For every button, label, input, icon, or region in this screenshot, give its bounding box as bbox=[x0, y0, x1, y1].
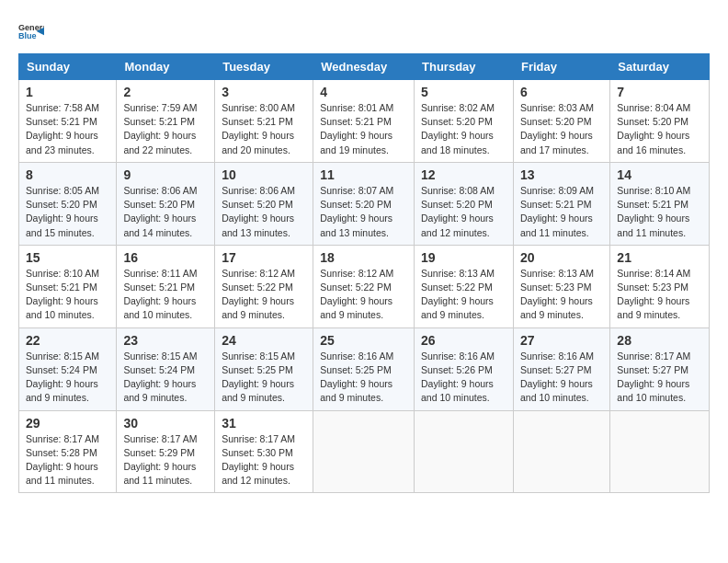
day-info: Sunrise: 8:15 AM Sunset: 5:24 PM Dayligh… bbox=[26, 350, 109, 406]
day-number: 12 bbox=[421, 167, 506, 182]
day-number: 31 bbox=[222, 416, 306, 431]
day-info: Sunrise: 8:10 AM Sunset: 5:21 PM Dayligh… bbox=[617, 184, 702, 240]
calendar-day-cell: 26 Sunrise: 8:16 AM Sunset: 5:26 PM Dayl… bbox=[415, 327, 514, 410]
day-info: Sunrise: 8:09 AM Sunset: 5:21 PM Dayligh… bbox=[520, 184, 603, 240]
page-header: General Blue bbox=[18, 18, 710, 44]
calendar-day-cell bbox=[313, 410, 415, 493]
day-info: Sunrise: 8:03 AM Sunset: 5:20 PM Dayligh… bbox=[520, 101, 603, 157]
calendar-day-cell: 7 Sunrise: 8:04 AM Sunset: 5:20 PM Dayli… bbox=[610, 80, 710, 163]
weekday-header-cell: Thursday bbox=[415, 54, 514, 80]
day-number: 17 bbox=[222, 250, 306, 265]
day-info: Sunrise: 8:04 AM Sunset: 5:20 PM Dayligh… bbox=[617, 101, 702, 157]
calendar-week-row: 15 Sunrise: 8:10 AM Sunset: 5:21 PM Dayl… bbox=[19, 245, 710, 327]
calendar-week-row: 29 Sunrise: 8:17 AM Sunset: 5:28 PM Dayl… bbox=[19, 410, 710, 493]
day-info: Sunrise: 8:15 AM Sunset: 5:24 PM Dayligh… bbox=[123, 350, 208, 406]
day-info: Sunrise: 8:06 AM Sunset: 5:20 PM Dayligh… bbox=[123, 184, 208, 240]
day-info: Sunrise: 8:17 AM Sunset: 5:30 PM Dayligh… bbox=[222, 432, 306, 488]
day-info: Sunrise: 8:17 AM Sunset: 5:28 PM Dayligh… bbox=[26, 432, 109, 488]
day-number: 9 bbox=[123, 167, 208, 182]
day-number: 29 bbox=[26, 416, 109, 431]
calendar-day-cell: 29 Sunrise: 8:17 AM Sunset: 5:28 PM Dayl… bbox=[19, 410, 117, 493]
calendar-week-row: 8 Sunrise: 8:05 AM Sunset: 5:20 PM Dayli… bbox=[19, 162, 710, 245]
day-info: Sunrise: 8:08 AM Sunset: 5:20 PM Dayligh… bbox=[421, 184, 506, 240]
calendar-day-cell: 4 Sunrise: 8:01 AM Sunset: 5:21 PM Dayli… bbox=[313, 80, 415, 163]
day-number: 16 bbox=[123, 250, 208, 265]
calendar-day-cell: 13 Sunrise: 8:09 AM Sunset: 5:21 PM Dayl… bbox=[513, 162, 609, 245]
day-number: 21 bbox=[617, 250, 702, 265]
day-number: 2 bbox=[123, 85, 208, 99]
calendar-day-cell: 24 Sunrise: 8:15 AM Sunset: 5:25 PM Dayl… bbox=[215, 327, 313, 410]
day-number: 13 bbox=[520, 167, 603, 182]
calendar-day-cell bbox=[610, 410, 710, 493]
day-number: 10 bbox=[222, 167, 306, 182]
day-info: Sunrise: 7:59 AM Sunset: 5:21 PM Dayligh… bbox=[123, 101, 208, 157]
day-info: Sunrise: 8:05 AM Sunset: 5:20 PM Dayligh… bbox=[26, 184, 109, 240]
day-number: 11 bbox=[320, 167, 407, 182]
day-info: Sunrise: 8:17 AM Sunset: 5:27 PM Dayligh… bbox=[617, 350, 702, 406]
day-number: 8 bbox=[26, 167, 109, 182]
day-info: Sunrise: 8:00 AM Sunset: 5:21 PM Dayligh… bbox=[222, 101, 306, 157]
calendar-day-cell: 25 Sunrise: 8:16 AM Sunset: 5:25 PM Dayl… bbox=[313, 327, 415, 410]
day-number: 20 bbox=[520, 250, 603, 265]
weekday-header-cell: Friday bbox=[513, 54, 609, 80]
weekday-header-cell: Tuesday bbox=[215, 54, 313, 80]
day-number: 1 bbox=[26, 85, 109, 99]
calendar-day-cell: 31 Sunrise: 8:17 AM Sunset: 5:30 PM Dayl… bbox=[215, 410, 313, 493]
day-info: Sunrise: 8:15 AM Sunset: 5:25 PM Dayligh… bbox=[222, 350, 306, 406]
day-number: 27 bbox=[520, 333, 603, 348]
calendar-day-cell: 27 Sunrise: 8:16 AM Sunset: 5:27 PM Dayl… bbox=[513, 327, 609, 410]
logo-icon: General Blue bbox=[18, 18, 44, 44]
weekday-header-cell: Wednesday bbox=[313, 54, 415, 80]
day-info: Sunrise: 8:10 AM Sunset: 5:21 PM Dayligh… bbox=[26, 267, 109, 323]
calendar-day-cell: 3 Sunrise: 8:00 AM Sunset: 5:21 PM Dayli… bbox=[215, 80, 313, 163]
day-number: 5 bbox=[421, 85, 506, 99]
calendar-day-cell: 5 Sunrise: 8:02 AM Sunset: 5:20 PM Dayli… bbox=[415, 80, 514, 163]
weekday-header-cell: Sunday bbox=[19, 54, 117, 80]
calendar-day-cell: 14 Sunrise: 8:10 AM Sunset: 5:21 PM Dayl… bbox=[610, 162, 710, 245]
day-number: 23 bbox=[123, 333, 208, 348]
calendar-day-cell: 1 Sunrise: 7:58 AM Sunset: 5:21 PM Dayli… bbox=[19, 80, 117, 163]
day-number: 7 bbox=[617, 85, 702, 99]
calendar-table: SundayMondayTuesdayWednesdayThursdayFrid… bbox=[18, 53, 710, 493]
day-number: 6 bbox=[520, 85, 603, 99]
calendar-body: 1 Sunrise: 7:58 AM Sunset: 5:21 PM Dayli… bbox=[19, 80, 710, 493]
calendar-day-cell: 2 Sunrise: 7:59 AM Sunset: 5:21 PM Dayli… bbox=[117, 80, 215, 163]
day-info: Sunrise: 8:14 AM Sunset: 5:23 PM Dayligh… bbox=[617, 267, 702, 323]
logo: General Blue bbox=[18, 18, 44, 44]
day-info: Sunrise: 7:58 AM Sunset: 5:21 PM Dayligh… bbox=[26, 101, 109, 157]
calendar-day-cell: 6 Sunrise: 8:03 AM Sunset: 5:20 PM Dayli… bbox=[513, 80, 609, 163]
day-info: Sunrise: 8:12 AM Sunset: 5:22 PM Dayligh… bbox=[320, 267, 407, 323]
calendar-day-cell bbox=[415, 410, 514, 493]
calendar-week-row: 22 Sunrise: 8:15 AM Sunset: 5:24 PM Dayl… bbox=[19, 327, 710, 410]
day-info: Sunrise: 8:13 AM Sunset: 5:22 PM Dayligh… bbox=[421, 267, 506, 323]
weekday-header-cell: Monday bbox=[117, 54, 215, 80]
calendar-day-cell: 20 Sunrise: 8:13 AM Sunset: 5:23 PM Dayl… bbox=[513, 245, 609, 327]
day-info: Sunrise: 8:07 AM Sunset: 5:20 PM Dayligh… bbox=[320, 184, 407, 240]
calendar-day-cell: 17 Sunrise: 8:12 AM Sunset: 5:22 PM Dayl… bbox=[215, 245, 313, 327]
weekday-header-cell: Saturday bbox=[610, 54, 710, 80]
day-number: 15 bbox=[26, 250, 109, 265]
calendar-day-cell: 18 Sunrise: 8:12 AM Sunset: 5:22 PM Dayl… bbox=[313, 245, 415, 327]
calendar-day-cell: 30 Sunrise: 8:17 AM Sunset: 5:29 PM Dayl… bbox=[117, 410, 215, 493]
day-info: Sunrise: 8:16 AM Sunset: 5:27 PM Dayligh… bbox=[520, 350, 603, 406]
day-info: Sunrise: 8:01 AM Sunset: 5:21 PM Dayligh… bbox=[320, 101, 407, 157]
calendar-day-cell: 21 Sunrise: 8:14 AM Sunset: 5:23 PM Dayl… bbox=[610, 245, 710, 327]
calendar-day-cell: 23 Sunrise: 8:15 AM Sunset: 5:24 PM Dayl… bbox=[117, 327, 215, 410]
day-info: Sunrise: 8:12 AM Sunset: 5:22 PM Dayligh… bbox=[222, 267, 306, 323]
day-info: Sunrise: 8:06 AM Sunset: 5:20 PM Dayligh… bbox=[222, 184, 306, 240]
weekday-header-row: SundayMondayTuesdayWednesdayThursdayFrid… bbox=[19, 54, 710, 80]
calendar-day-cell: 16 Sunrise: 8:11 AM Sunset: 5:21 PM Dayl… bbox=[117, 245, 215, 327]
calendar-day-cell: 11 Sunrise: 8:07 AM Sunset: 5:20 PM Dayl… bbox=[313, 162, 415, 245]
calendar-week-row: 1 Sunrise: 7:58 AM Sunset: 5:21 PM Dayli… bbox=[19, 80, 710, 163]
calendar-day-cell: 9 Sunrise: 8:06 AM Sunset: 5:20 PM Dayli… bbox=[117, 162, 215, 245]
calendar-day-cell: 15 Sunrise: 8:10 AM Sunset: 5:21 PM Dayl… bbox=[19, 245, 117, 327]
day-number: 4 bbox=[320, 85, 407, 99]
calendar-day-cell: 8 Sunrise: 8:05 AM Sunset: 5:20 PM Dayli… bbox=[19, 162, 117, 245]
day-info: Sunrise: 8:16 AM Sunset: 5:26 PM Dayligh… bbox=[421, 350, 506, 406]
day-info: Sunrise: 8:16 AM Sunset: 5:25 PM Dayligh… bbox=[320, 350, 407, 406]
day-number: 25 bbox=[320, 333, 407, 348]
calendar-day-cell: 28 Sunrise: 8:17 AM Sunset: 5:27 PM Dayl… bbox=[610, 327, 710, 410]
svg-text:Blue: Blue bbox=[18, 31, 37, 40]
day-number: 28 bbox=[617, 333, 702, 348]
day-number: 26 bbox=[421, 333, 506, 348]
